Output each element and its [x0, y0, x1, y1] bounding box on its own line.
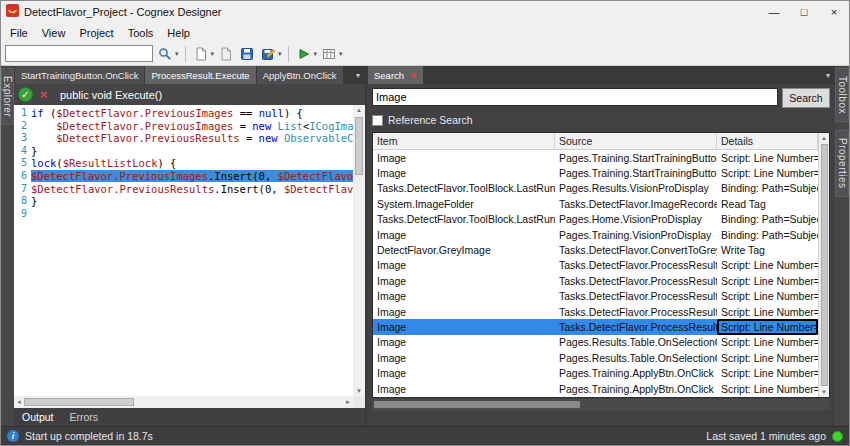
table-row[interactable]: ImageTasks.DetectFlavor.ProcessResult.Ex… [373, 258, 818, 273]
menu-item-view[interactable]: View [35, 27, 73, 39]
vertical-scrollbar-thumb[interactable] [821, 144, 828, 386]
menu-item-tools[interactable]: Tools [121, 27, 161, 39]
editor-tabs-menu-icon[interactable]: ▾ [351, 66, 365, 84]
column-header-item[interactable]: Item [373, 133, 555, 149]
line-number: 2 [14, 120, 31, 133]
table-vertical-scrollbar[interactable]: ▲ ▼ [818, 133, 829, 397]
tab-search[interactable]: Search × [368, 66, 423, 84]
save-icon[interactable] [238, 45, 256, 63]
vertical-scrollbar-thumb[interactable] [355, 117, 363, 175]
code-line[interactable]: } [31, 195, 353, 208]
table-row[interactable]: ImagePages.Results.Table.OnSelectionChan… [373, 350, 818, 365]
tab-starttrainingbutton.onclick[interactable]: StartTrainingButton.OnClick [15, 66, 144, 84]
table-row[interactable]: ImagePages.Training.ApplyBtn.OnClickScri… [373, 365, 818, 380]
table-row[interactable]: ImagePages.Training.ApplyBtn.OnClickScri… [373, 381, 818, 396]
code-line[interactable]: } [31, 145, 353, 158]
tab-processresult.execute[interactable]: ProcessResult.Execute [145, 66, 255, 84]
search-icon[interactable] [156, 45, 174, 63]
table-row[interactable]: ImageTasks.DetectFlavor.ProcessResult.Ex… [373, 304, 818, 319]
minimize-button[interactable]: — [759, 1, 789, 23]
column-header-source[interactable]: Source [555, 133, 717, 149]
close-button[interactable]: × [819, 1, 849, 23]
maximize-button[interactable]: □ [789, 1, 819, 23]
cell-source: Tasks.DetectFlavor.ProcessResult.Execute [555, 273, 717, 288]
toolbar-separator [185, 46, 186, 62]
search-pane: Search × ▾ Search Reference Search I [367, 66, 835, 426]
toolbar-search-input[interactable] [5, 45, 153, 62]
table-row[interactable]: System.ImageFolderTasks.DetectFlavor.Ima… [373, 196, 818, 211]
table-row[interactable]: ImagePages.Training.StartTrainingButton.… [373, 165, 818, 180]
editor-horizontal-scrollbar[interactable]: ◄ ► [14, 396, 353, 408]
table-horizontal-scrollbar[interactable] [372, 399, 830, 410]
tab-errors[interactable]: Errors [70, 411, 99, 423]
reference-search-checkbox[interactable] [372, 115, 383, 126]
accept-button[interactable]: ✓ [18, 87, 33, 102]
cell-source: Tasks.DetectFlavor.ProcessResult.Execute [555, 319, 717, 334]
cell-source: Pages.Results.Table.OnSelectionChanged [555, 335, 717, 350]
scroll-down-icon[interactable]: ▼ [821, 387, 827, 397]
search-input[interactable] [372, 88, 778, 106]
table-row[interactable]: ImageTasks.DetectFlavor.ProcessResult.Ex… [373, 289, 818, 304]
menu-item-help[interactable]: Help [160, 27, 197, 39]
info-icon: i [7, 430, 19, 442]
save-edit-icon[interactable] [259, 45, 277, 63]
cancel-button[interactable]: × [36, 87, 51, 102]
tab-applybtn.onclick[interactable]: ApplyBtn.OnClick [257, 66, 343, 84]
editor-vertical-scrollbar[interactable]: ▲ ▼ [353, 105, 365, 396]
title-bar: DetectFlavor_Project - Cognex Designer —… [1, 1, 849, 23]
scroll-up-icon[interactable]: ▲ [356, 105, 362, 115]
menu-item-file[interactable]: File [3, 27, 35, 39]
new-document-caret-icon[interactable]: ▾ [211, 50, 215, 58]
line-numbers: 123456789 [14, 105, 31, 396]
explorer-rail-tab[interactable]: Explorer [1, 68, 14, 125]
new-document-icon[interactable] [192, 45, 210, 63]
horizontal-scrollbar-thumb[interactable] [374, 401, 580, 408]
run-caret-icon[interactable]: ▾ [314, 50, 318, 58]
toolbox-rail-tab[interactable]: Toolbox [835, 68, 849, 122]
table-row[interactable]: ImagePages.Training.StartTrainingButton.… [373, 150, 818, 165]
scrollbar-corner [353, 396, 365, 408]
scroll-left-icon[interactable]: ◄ [16, 397, 22, 407]
grid-caret-icon[interactable]: ▾ [339, 50, 343, 58]
cell-details: Script: Line Number=1 [717, 365, 818, 380]
main-area: Explorer StartTrainingButton.OnClickProc… [1, 66, 849, 426]
run-icon[interactable] [295, 45, 313, 63]
code-line[interactable]: if ($DetectFlavor.PreviousImages == null… [31, 107, 353, 120]
table-row[interactable]: ImagePages.Training.ApplyBtn.OnClickScri… [373, 396, 818, 397]
table-row[interactable]: ImageTasks.DetectFlavor.ProcessResult.Ex… [373, 273, 818, 288]
line-number: 6 [14, 170, 31, 183]
search-tab-label: Search [374, 70, 404, 81]
table-row[interactable]: ImageTasks.DetectFlavor.ProcessResult.Ex… [373, 319, 818, 334]
reference-search-option[interactable]: Reference Search [372, 114, 830, 126]
properties-rail-tab[interactable]: Properties [835, 130, 849, 197]
scroll-down-icon[interactable]: ▼ [356, 386, 362, 396]
code-line[interactable]: $DetectFlavor.PreviousImages = new List<… [31, 120, 353, 133]
search-tabs-menu-icon[interactable]: ▾ [821, 66, 835, 84]
search-tab-close-icon[interactable]: × [410, 69, 416, 81]
table-row[interactable]: Tasks.DetectFlavor.ToolBlock.LastRun.Cog… [373, 181, 818, 196]
open-document-icon[interactable] [217, 45, 235, 63]
code-line[interactable]: $DetectFlavor.PreviousImages.Insert(0, $… [31, 170, 353, 183]
table-row[interactable]: Tasks.DetectFlavor.ToolBlock.LastRun.Cog… [373, 212, 818, 227]
code-line[interactable]: $DetectFlavor.PreviousResults.Insert(0, … [31, 183, 353, 196]
cell-details: Binding: Path=Subject [717, 227, 818, 242]
code-line[interactable] [31, 208, 353, 221]
search-dropdown-caret-icon[interactable]: ▾ [175, 50, 179, 58]
code-line[interactable]: lock($ResultListLock) { [31, 157, 353, 170]
table-row[interactable]: ImagePages.Results.Table.OnSelectionChan… [373, 335, 818, 350]
code-editor[interactable]: 123456789 if ($DetectFlavor.PreviousImag… [14, 105, 365, 408]
table-row[interactable]: DetectFlavor.GreyImageTasks.DetectFlavor… [373, 242, 818, 257]
tab-output[interactable]: Output [22, 411, 54, 423]
line-number: 5 [14, 157, 31, 170]
table-row[interactable]: ImagePages.Training.VisionProDisplayBind… [373, 227, 818, 242]
scroll-up-icon[interactable]: ▲ [821, 133, 827, 143]
column-header-details[interactable]: Details [717, 133, 818, 149]
cell-source: Pages.Training.VisionProDisplay [555, 227, 717, 242]
horizontal-scrollbar-thumb[interactable] [24, 398, 134, 406]
save-edit-caret-icon[interactable]: ▾ [278, 50, 282, 58]
menu-item-project[interactable]: Project [72, 27, 120, 39]
code-line[interactable]: $DetectFlavor.PreviousResults = new Obse… [31, 132, 353, 145]
grid-icon[interactable] [320, 45, 338, 63]
scroll-right-icon[interactable]: ► [345, 397, 351, 407]
search-button[interactable]: Search [782, 88, 830, 108]
